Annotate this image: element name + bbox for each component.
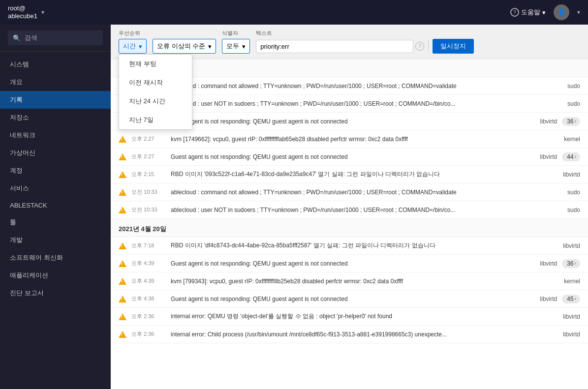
log-source: kernel [551,278,580,285]
log-row[interactable]: 오전 10:33ablecloud : command not allowed … [111,183,588,201]
log-message: internal error: Child process (/usr/bin/… [171,331,546,338]
sidebar-item-ablestack[interactable]: ABLESTACK [0,197,111,213]
log-count-badge[interactable]: 45› [562,295,580,303]
log-message: kvm [1749662]: vcpu0, guest rIP: 0xfffff… [171,136,546,143]
topbar-hostname: ablecube1 [8,12,37,20]
log-source: libvirtd [551,171,580,178]
sidebar-item-services[interactable]: 서비스 [0,180,111,197]
log-message: RBD 이미지 'df4c8743-dc44-4abe-92ca-85ba5ff… [171,241,546,250]
log-row[interactable]: 오후 2:36internal error: QEMU 명령 'object-d… [111,308,588,326]
badge-chevron-icon: › [575,154,576,159]
divider [428,40,429,52]
log-count-badge[interactable]: 44› [562,152,580,161]
sidebar-item-logs[interactable]: 기록 [0,91,111,109]
log-row[interactable]: 오후 2:27Guest agent is not responding: QE… [111,148,588,166]
sidebar-item-software[interactable]: 소프트웨어 최신화 [0,249,111,267]
log-message: Guest agent is not responding: QEMU gues… [171,153,523,160]
log-row[interactable]: 오후 4:38Guest agent is not responding: QE… [111,290,588,308]
time-dropdown[interactable]: 시간 ▾ [119,39,147,54]
log-row[interactable]: 오후 2:27kvm [1749662]: vcpu0, guest rIP: … [111,130,588,148]
text-label: 텍스트 [256,30,474,37]
log-source: libvirtd [527,296,557,302]
warn-icon [119,330,126,338]
log-time: 오후 2:15 [131,171,166,178]
log-message: ablecloud : user NOT in sudoers ; TTY=un… [171,207,546,213]
text-input-wrap: ? 일시정지 [256,39,474,54]
sidebar-item-account[interactable]: 계정 [0,162,111,180]
log-source: sudo [551,189,580,196]
sidebar-item-dev[interactable]: 개발 [0,231,111,249]
log-count-badge[interactable]: 36› [562,259,580,268]
log-source: libvirtd [527,118,557,125]
sidebar: 🔍 검색 시스템개요기록저장소네트워크가상머신계정서비스ABLESTACK툴개발… [0,25,111,389]
sidebar-item-report[interactable]: 진단 보고서 [0,284,111,302]
log-source: libvirtd [551,331,580,338]
sidebar-search-area: 🔍 검색 [0,25,111,52]
warn-icon [119,295,126,303]
warn-icon [119,153,126,161]
dropdown-item-previous[interactable]: 이전 재시작 [119,73,192,92]
log-time: 오후 7:18 [131,242,166,249]
sidebar-item-vm[interactable]: 가상머신 [0,144,111,162]
log-source: libvirtd [527,153,557,160]
sidebar-item-storage[interactable]: 저장소 [0,109,111,126]
help-button[interactable]: ? 도움말 ▾ [510,8,546,17]
log-message: kvm [799343]: vcpu0, guest rIP: 0xffffff… [171,278,546,285]
sidebar-item-tools[interactable]: 툴 [0,213,111,231]
badge-chevron-icon: › [575,261,576,266]
topbar-username: root@ [8,4,37,12]
warn-icon [119,171,126,179]
badge-chevron-icon: › [575,296,576,301]
help-label: 도움말 [521,8,540,17]
text-filter-group: 텍스트 ? 일시정지 [256,30,474,54]
log-row[interactable]: 오후 2:36internal error: Child process (/u… [111,326,588,343]
user-avatar[interactable]: 👤 [554,4,569,20]
log-source: libvirtd [551,242,580,249]
log-count-value: 45 [567,296,573,302]
sidebar-item-overview[interactable]: 개요 [0,73,111,91]
dropdown-item-current[interactable]: 현재 부팅 [119,55,192,73]
topbar-chevron-icon[interactable]: ▾ [41,9,44,16]
level-filter-group: 오류 이상의 수준 ▾ [153,31,216,54]
log-row[interactable]: 오후 2:15RBD 이미지 '093c522f-c1a6-4e71-83cd-… [111,166,588,183]
help-chevron-icon: ▾ [542,9,546,16]
dropdown-item-7d[interactable]: 지난 7일 [119,111,192,129]
text-help-icon[interactable]: ? [415,42,424,51]
dropdown-item-24h[interactable]: 지난 24 시간 [119,92,192,111]
content-area: 우선순위 시간 ▾ 오류 이상의 수준 ▾ 식별자 모두 ▾ [111,25,588,389]
log-time: 오후 2:36 [131,313,166,320]
log-date-header: 2021년 4월 20일 [111,219,588,237]
topbar-right: ? 도움말 ▾ 👤 ▾ [510,4,580,20]
log-row[interactable]: 오후 4:39kvm [799343]: vcpu0, guest rIP: 0… [111,272,588,290]
text-search-input[interactable] [256,40,413,53]
log-count-badge[interactable]: 36› [562,117,580,126]
sidebar-search-button[interactable]: 🔍 검색 [8,30,103,45]
log-row[interactable]: 오후 4:39Guest agent is not responding: QE… [111,255,588,272]
sidebar-item-network[interactable]: 네트워크 [0,126,111,144]
log-source: kernel [551,136,580,143]
level-dropdown-value: 오류 이상의 수준 [157,42,205,51]
warn-icon [119,313,126,321]
topbar-brand: root@ ablecube1 [8,4,37,20]
log-source: libvirtd [527,260,557,267]
user-chevron-icon[interactable]: ▾ [577,9,580,16]
identifier-dropdown[interactable]: 모두 ▾ [222,39,250,54]
sidebar-item-apps[interactable]: 애플리케이션 [0,267,111,284]
log-message: ablecloud : command not allowed ; TTY=un… [171,83,546,90]
log-message: Guest agent is not responding: QEMU gues… [171,260,523,267]
log-time: 오후 2:36 [131,330,166,338]
log-row[interactable]: 오전 10:33ablecloud : user NOT in sudoers … [111,201,588,219]
sidebar-nav: 시스템개요기록저장소네트워크가상머신계정서비스ABLESTACK툴개발소프트웨어… [0,52,111,306]
log-time: 오후 4:39 [131,260,166,267]
log-row[interactable]: 오후 7:18RBD 이미지 'df4c8743-dc44-4abe-92ca-… [111,237,588,255]
log-count-value: 36 [567,260,573,267]
log-source: sudo [551,100,580,107]
sidebar-item-system[interactable]: 시스템 [0,56,111,73]
log-time: 오전 10:33 [131,188,166,196]
pause-button[interactable]: 일시정지 [433,39,474,54]
log-source: libvirtd [551,313,580,320]
topbar-brand-area: root@ ablecube1 ▾ [8,4,44,20]
time-dropdown-value: 시간 [123,42,136,51]
badge-chevron-icon: › [575,119,576,124]
level-dropdown[interactable]: 오류 이상의 수준 ▾ [153,39,216,54]
